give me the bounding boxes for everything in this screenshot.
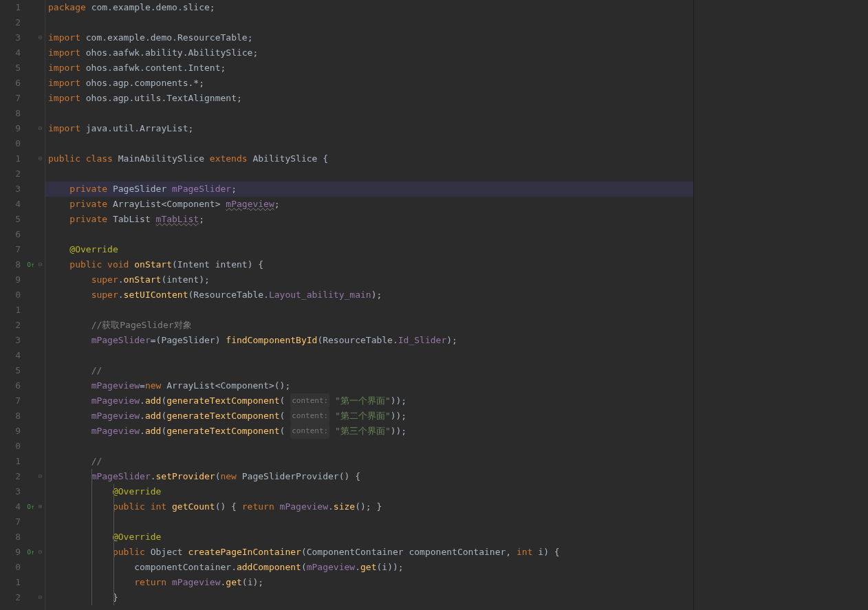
code-line[interactable] (45, 136, 693, 151)
token: ComponentContainer (307, 545, 409, 560)
code-line[interactable]: public int getCount() { return mPageview… (45, 499, 693, 514)
token: mPageSlider (172, 182, 231, 197)
line-number: 2 (0, 166, 21, 182)
token: add (145, 409, 161, 424)
code-line[interactable]: private ArrayList<Component> mPageview; (45, 197, 693, 212)
token: mPageview (307, 560, 355, 575)
code-line[interactable]: public void onStart(Intent intent) { (45, 257, 693, 272)
code-line[interactable]: mPageview.add(generateTextComponent( con… (45, 409, 693, 424)
code-line[interactable]: @Override (45, 530, 693, 545)
code-line[interactable]: @Override (45, 242, 693, 257)
line-number: 8 (0, 530, 21, 545)
token: )); (391, 393, 406, 409)
code-line[interactable] (45, 106, 693, 121)
token: Component (221, 378, 269, 393)
code-line[interactable] (45, 15, 693, 30)
token (48, 318, 91, 333)
token: i (538, 545, 543, 560)
code-line[interactable]: mPageview=new ArrayList<Component>(); (45, 378, 693, 393)
code-line[interactable] (45, 439, 693, 454)
code-line[interactable]: package com.example.demo.slice; (45, 0, 693, 15)
code-line[interactable]: //获取PageSlider对象 (45, 318, 693, 333)
token: ( (242, 575, 248, 590)
fold-slot (36, 197, 45, 212)
line-number: 3 (0, 484, 21, 499)
fold-toggle[interactable]: ⊞ (36, 499, 45, 514)
code-line[interactable]: import ohos.agp.utils.TextAlignment; (45, 91, 693, 106)
minimap[interactable] (693, 0, 868, 610)
line-number: 8 (0, 106, 21, 121)
fold-toggle[interactable]: ⊟ (36, 30, 45, 45)
code-line[interactable]: mPageSlider=(PageSlider) findComponentBy… (45, 333, 693, 348)
token (48, 393, 91, 409)
token: mPageview (280, 499, 328, 514)
token: setProvider (156, 469, 215, 484)
fold-toggle[interactable]: ⊟ (36, 257, 45, 272)
token: findComponentById (226, 333, 317, 348)
code-line[interactable]: import ohos.aafwk.ability.AbilitySlice; (45, 45, 693, 61)
line-number: 1 (0, 575, 21, 590)
token: agp (113, 91, 129, 106)
gutter-icon-slot (26, 91, 36, 106)
token: content: (290, 424, 329, 439)
token: content: (290, 409, 329, 424)
code-line[interactable] (45, 303, 693, 318)
code-line[interactable]: mPageview.add(generateTextComponent( con… (45, 424, 693, 439)
fold-toggle[interactable]: ⊟ (36, 545, 45, 560)
code-line[interactable] (45, 227, 693, 242)
code-line[interactable]: mPageview.add(generateTextComponent( con… (45, 393, 693, 409)
code-line[interactable]: import ohos.aafwk.content.Intent; (45, 61, 693, 76)
line-number: 0 (0, 560, 21, 575)
fold-slot (36, 136, 45, 151)
token (48, 499, 113, 514)
token: add (145, 393, 161, 409)
override-icon[interactable]: O↑ (26, 499, 36, 514)
token: . (107, 121, 113, 136)
token: . (140, 424, 145, 439)
code-line[interactable]: import ohos.agp.components.*; (45, 76, 693, 91)
code-line[interactable]: private TabList mTabList; (45, 212, 693, 227)
code-line[interactable]: super.setUIContent(ResourceTable.Layout_… (45, 287, 693, 303)
token: Component (166, 197, 215, 212)
gutter-icon-slot (26, 590, 36, 605)
code-line[interactable]: public class MainAbilitySlice extends Ab… (45, 151, 693, 166)
code-line[interactable]: import java.util.ArrayList; (45, 121, 693, 136)
token: ; (274, 197, 280, 212)
code-line[interactable]: public Object createPageInContainer(Comp… (45, 545, 693, 560)
gutter-icon-slot (26, 61, 36, 76)
code-line[interactable] (45, 348, 693, 363)
token (48, 378, 91, 393)
token: Intent (188, 61, 221, 76)
code-line[interactable]: // (45, 363, 693, 378)
code-line[interactable] (45, 514, 693, 530)
token: )); (391, 409, 406, 424)
code-line[interactable] (45, 166, 693, 182)
fold-slot (36, 348, 45, 363)
override-icon[interactable]: O↑ (26, 545, 36, 560)
code-line[interactable]: import com.example.demo.ResourceTable; (45, 30, 693, 45)
fold-slot (36, 287, 45, 303)
override-icon[interactable]: O↑ (26, 257, 36, 272)
fold-toggle[interactable]: ⊟ (36, 121, 45, 136)
code-line[interactable]: } (45, 590, 693, 605)
token: ohos (86, 45, 107, 61)
line-number: 5 (0, 61, 21, 76)
fold-slot (36, 363, 45, 378)
code-line[interactable]: @Override (45, 484, 693, 499)
code-line[interactable]: super.onStart(intent); (45, 272, 693, 287)
code-line[interactable]: mPageSlider.setProvider(new PageSliderPr… (45, 469, 693, 484)
token: private (69, 182, 113, 197)
code-line[interactable]: componentContainer.addComponent(mPagevie… (45, 560, 693, 575)
fold-toggle[interactable]: ⊟ (36, 469, 45, 484)
code-line[interactable]: // (45, 454, 693, 469)
fold-toggle[interactable]: ⊟ (36, 590, 45, 605)
token: . (355, 560, 360, 575)
code-line[interactable]: return mPageview.get(i); (45, 575, 693, 590)
code-area[interactable]: package com.example.demo.slice;import co… (45, 0, 693, 610)
code-line[interactable]: private PageSlider mPageSlider; (45, 182, 693, 197)
line-number: 7 (0, 514, 21, 530)
token: ) { (543, 545, 559, 560)
token: mPageSlider (91, 333, 151, 348)
fold-toggle[interactable]: ⊟ (36, 151, 45, 166)
line-number: 3 (0, 182, 21, 197)
